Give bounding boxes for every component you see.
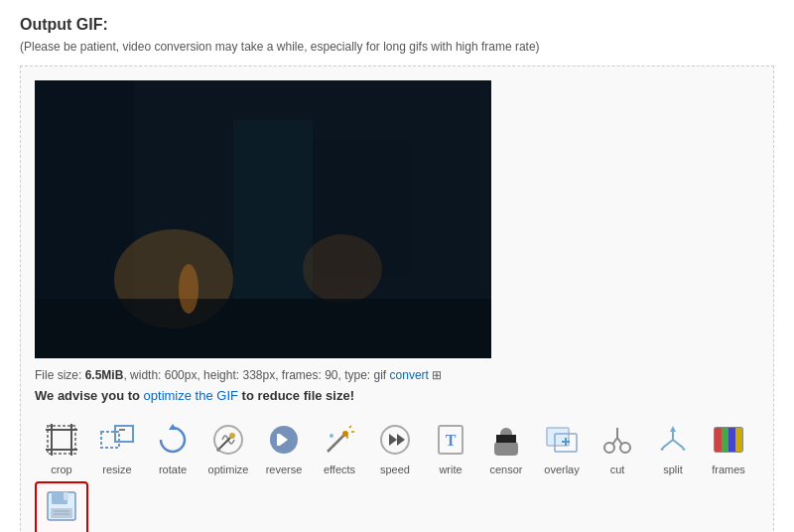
tool-write[interactable]: T write — [424, 415, 477, 479]
svg-line-44 — [612, 438, 617, 445]
svg-rect-58 — [51, 508, 72, 518]
tool-cut[interactable]: cut — [591, 415, 644, 479]
censor-icon — [485, 419, 527, 461]
tool-overlay[interactable]: overlay — [535, 415, 589, 479]
tool-effects[interactable]: effects — [313, 415, 366, 479]
svg-rect-37 — [496, 435, 516, 443]
svg-marker-47 — [670, 426, 676, 432]
split-label: split — [663, 464, 683, 475]
svg-marker-31 — [389, 434, 397, 446]
optimize-prefix: We advise you to — [35, 388, 144, 403]
cut-icon — [596, 419, 638, 461]
tool-save[interactable]: save — [35, 481, 88, 532]
svg-rect-6 — [35, 299, 491, 358]
svg-rect-1 — [233, 120, 313, 299]
svg-rect-14 — [115, 426, 133, 442]
svg-point-5 — [303, 234, 382, 304]
optimize-icon-img — [207, 419, 249, 461]
svg-point-20 — [216, 448, 220, 452]
tool-split[interactable]: split — [646, 415, 700, 479]
svg-rect-54 — [735, 428, 742, 452]
patience-note: (Please be patient, video conversion may… — [20, 40, 774, 54]
svg-line-26 — [349, 426, 351, 428]
reverse-label: reverse — [266, 464, 303, 475]
svg-rect-13 — [101, 432, 119, 448]
tool-reverse[interactable]: reverse — [257, 415, 311, 479]
speed-label: speed — [380, 464, 410, 475]
tool-frames[interactable]: frames — [702, 415, 755, 479]
svg-rect-57 — [64, 492, 68, 500]
svg-marker-32 — [397, 434, 405, 446]
file-size-value: 6.5MiB — [85, 368, 124, 382]
tool-optimize[interactable]: optimize — [201, 415, 255, 479]
file-size-prefix: File size: — [35, 368, 85, 382]
crop-label: crop — [51, 464, 71, 475]
tool-rotate[interactable]: rotate — [146, 415, 199, 479]
svg-text:T: T — [446, 432, 457, 449]
rotate-icon — [152, 419, 194, 461]
frames-label: frames — [712, 464, 745, 475]
file-details: , width: 600px, height: 338px, frames: 9… — [123, 368, 386, 382]
svg-point-19 — [229, 433, 235, 439]
write-label: write — [439, 464, 462, 475]
split-icon — [652, 419, 694, 461]
file-info-row: File size: 6.5MiB, width: 600px, height:… — [35, 368, 759, 382]
crop-icon — [41, 419, 82, 461]
tool-censor[interactable]: censor — [479, 415, 533, 479]
gif-preview — [35, 80, 491, 358]
tool-speed[interactable]: speed — [368, 415, 422, 479]
svg-rect-52 — [722, 428, 728, 452]
optimize-suffix: to reduce file size! — [238, 388, 354, 403]
gif-container: File size: 6.5MiB, width: 600px, height:… — [20, 66, 774, 532]
svg-point-29 — [330, 434, 333, 438]
overlay-label: overlay — [544, 464, 579, 475]
cut-label: cut — [610, 464, 625, 475]
svg-marker-16 — [169, 424, 177, 430]
resize-label: resize — [102, 464, 131, 475]
svg-line-45 — [617, 438, 622, 445]
effects-icon — [319, 419, 360, 461]
gif-preview-inner — [35, 80, 491, 358]
optimize-link[interactable]: optimize the GIF — [144, 388, 238, 403]
overlay-icon — [541, 419, 583, 461]
frames-icon — [708, 419, 749, 461]
speed-icon — [374, 419, 416, 461]
svg-rect-51 — [715, 428, 722, 452]
tool-crop[interactable]: crop — [35, 415, 88, 479]
convert-icon: ⊞ — [432, 368, 442, 382]
svg-rect-23 — [277, 434, 280, 446]
svg-rect-36 — [494, 442, 518, 456]
optimize-notice: We advise you to optimize the GIF to red… — [35, 388, 759, 403]
page-container: Output GIF: (Please be patient, video co… — [0, 0, 794, 532]
censor-label: censor — [489, 464, 522, 475]
rotate-label: rotate — [159, 464, 187, 475]
resize-icon — [96, 419, 138, 461]
tool-resize[interactable]: resize — [90, 415, 144, 479]
save-icon — [41, 485, 82, 527]
convert-link[interactable]: convert — [390, 368, 429, 382]
output-title: Output GIF: — [20, 16, 774, 34]
svg-point-7 — [179, 264, 198, 314]
scene-svg — [35, 80, 491, 358]
optimize-label: optimize — [208, 464, 249, 475]
effects-label: effects — [324, 464, 355, 475]
reverse-icon — [263, 419, 305, 461]
tools-row: crop resize — [35, 415, 759, 532]
write-icon: T — [430, 419, 471, 461]
svg-rect-53 — [728, 428, 735, 452]
